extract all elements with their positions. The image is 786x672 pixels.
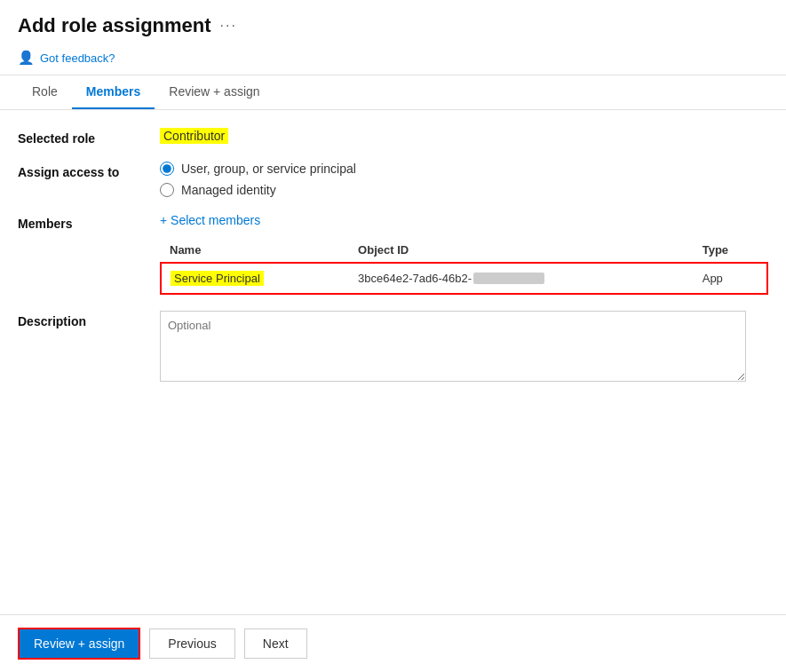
members-row: Members + Select members Name Object ID …	[18, 213, 768, 295]
col-name: Name	[161, 238, 349, 263]
ellipsis-menu-button[interactable]: ···	[220, 18, 237, 34]
page-header: Add role assignment ···	[0, 0, 786, 44]
page-title: Add role assignment	[18, 14, 211, 37]
feedback-icon: 👤	[18, 50, 35, 66]
footer: Review + assign Previous Next	[0, 614, 786, 672]
tabs-bar: Role Members Review + assign	[0, 75, 786, 110]
col-object-id: Object ID	[349, 238, 694, 263]
table-row: Service Principal 3bce64e2-7ad6-46b2- Ap…	[161, 263, 767, 294]
members-table: Name Object ID Type Service Principal 3b…	[160, 238, 768, 295]
tab-role[interactable]: Role	[18, 75, 72, 109]
members-section: + Select members Name Object ID Type Ser…	[160, 213, 768, 295]
previous-button[interactable]: Previous	[149, 629, 234, 659]
radio-managed-identity[interactable]: Managed identity	[160, 183, 768, 197]
col-type: Type	[694, 238, 767, 263]
selected-role-value: Contributor	[160, 128, 768, 144]
next-button[interactable]: Next	[244, 629, 307, 659]
feedback-bar[interactable]: 👤 Got feedback?	[0, 44, 786, 75]
radio-managed-identity-label: Managed identity	[181, 183, 276, 197]
cell-type: App	[694, 263, 767, 294]
radio-managed-identity-input[interactable]	[160, 183, 174, 197]
review-assign-button[interactable]: Review + assign	[18, 628, 140, 660]
select-members-text: + Select members	[160, 213, 260, 227]
cell-object-id: 3bce64e2-7ad6-46b2-	[349, 263, 694, 294]
feedback-label: Got feedback?	[40, 51, 115, 65]
selected-role-label: Selected role	[18, 128, 160, 146]
object-id-value: 3bce64e2-7ad6-46b2-	[358, 272, 544, 285]
assign-access-label: Assign access to	[18, 162, 160, 179]
service-principal-badge: Service Principal	[171, 271, 264, 286]
selected-role-row: Selected role Contributor	[18, 128, 768, 146]
description-textarea[interactable]	[160, 311, 746, 382]
radio-user-group[interactable]: User, group, or service principal	[160, 162, 768, 176]
radio-user-group-input[interactable]	[160, 162, 174, 176]
description-value	[160, 311, 768, 384]
tab-members[interactable]: Members	[72, 75, 155, 109]
description-label: Description	[18, 311, 160, 328]
select-members-link[interactable]: + Select members	[160, 213, 768, 227]
assign-access-options: User, group, or service principal Manage…	[160, 162, 768, 197]
members-label: Members	[18, 213, 160, 231]
assign-access-row: Assign access to User, group, or service…	[18, 162, 768, 197]
radio-user-group-label: User, group, or service principal	[181, 162, 356, 176]
tab-review-assign[interactable]: Review + assign	[155, 75, 274, 109]
description-row: Description	[18, 311, 768, 384]
blurred-id-part	[473, 273, 544, 284]
role-badge: Contributor	[160, 128, 228, 144]
content-area: Selected role Contributor Assign access …	[0, 110, 786, 614]
cell-name: Service Principal	[161, 263, 349, 294]
